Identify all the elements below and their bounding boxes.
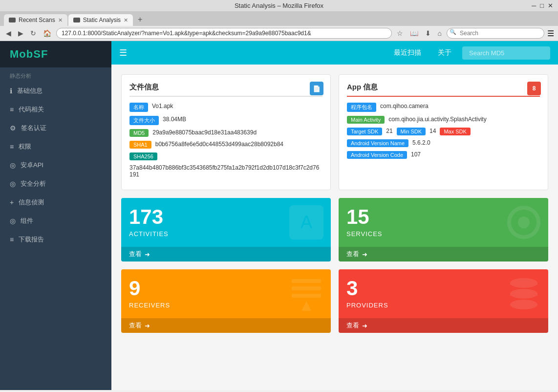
sidebar-label-zujian: 组件 xyxy=(21,217,33,225)
browser-search-input[interactable] xyxy=(447,28,544,39)
topbar: ☰ 最近扫描 关于 xyxy=(111,41,558,65)
file-size-row: 文件大小 38.04MB xyxy=(129,116,322,125)
minimize-btn[interactable]: ─ xyxy=(532,2,536,9)
file-sha1-row: SHA1 b0b6756a8fe6e5d0c448553d499aac28b80… xyxy=(129,141,322,149)
maximize-btn[interactable]: □ xyxy=(540,2,544,9)
stat-tile-receivers: 9 RECEIVERS 查看 ➜ xyxy=(121,269,331,333)
receivers-view-btn[interactable]: 查看 ➜ xyxy=(121,318,331,333)
tab-recent-scans[interactable]: Recent Scans ✕ xyxy=(4,14,67,26)
services-view-label: 查看 xyxy=(346,250,359,259)
activities-view-btn[interactable]: 查看 ➜ xyxy=(121,247,331,261)
file-md5-value: 29a9a9e88075baac9d18e31aa483639d xyxy=(152,129,257,136)
app-activity-value: com.qihoo.jia.ui.activity.SplashActivity xyxy=(388,116,487,123)
gear-icon: ⚙ xyxy=(10,124,16,132)
sidebar-item-daima[interactable]: ≡ 代码相关 xyxy=(0,100,111,119)
topbar-hamburger[interactable]: ☰ xyxy=(119,47,127,58)
code-icon: ≡ xyxy=(10,106,14,113)
sidebar-section: 静态分析 xyxy=(0,67,111,82)
activities-view-label: 查看 xyxy=(129,250,142,259)
file-md5-row: MD5 29a9a9e88075baac9d18e31aa483639d xyxy=(129,129,322,137)
sidebar-item-download[interactable]: ≡ 下载报告 xyxy=(0,230,111,249)
info-cards-row: 文件信息 📄 名称 Vo1.apk 文件大小 38.04MB MD5 29a9a… xyxy=(121,74,548,190)
sidebar-logo: MobSF xyxy=(0,41,111,67)
bookmark-button[interactable]: ☆ xyxy=(395,28,405,38)
svg-marker-7 xyxy=(301,301,311,311)
services-bg-icon xyxy=(504,203,543,250)
sidebar-item-api[interactable]: ◎ 安卓API xyxy=(0,156,111,174)
new-tab-button[interactable]: + xyxy=(134,13,146,26)
tab-label-static: Static Analysis xyxy=(83,17,121,23)
svg-rect-4 xyxy=(292,279,321,283)
circle-icon: ◎ xyxy=(10,161,16,169)
download-icon: ≡ xyxy=(10,236,14,243)
tab-static-analysis[interactable]: Static Analysis ✕ xyxy=(68,14,133,26)
providers-view-btn[interactable]: 查看 ➜ xyxy=(339,318,548,333)
back-button[interactable]: ◀ xyxy=(4,28,13,38)
app-wrapper: MobSF 静态分析 ℹ 基础信息 ≡ 代码相关 ⚙ 签名认证 ≡ 权限 ◎ 安… xyxy=(0,41,558,390)
svg-rect-11 xyxy=(510,294,537,296)
address-input[interactable] xyxy=(56,28,392,39)
services-view-btn[interactable]: 查看 ➜ xyxy=(339,247,548,261)
badge-sha256: SHA256 xyxy=(129,152,157,160)
min-sdk-val: 14 xyxy=(429,128,436,134)
tab-close-recent[interactable]: ✕ xyxy=(58,17,63,23)
info-icon: ℹ xyxy=(10,87,12,95)
app-activity-row: Main Activity com.qihoo.jia.ui.activity.… xyxy=(347,116,540,124)
badge-version-name: Android Version Name xyxy=(347,139,408,147)
close-btn[interactable]: ✕ xyxy=(548,2,553,9)
sidebar-item-anquan[interactable]: ◎ 安全分析 xyxy=(0,174,111,193)
file-info-title: 文件信息 xyxy=(129,83,322,97)
app-info-card: App 信息 8 程序包名 com.qihoo.camera Main Acti… xyxy=(339,74,548,190)
app-package-value: com.qihoo.camera xyxy=(380,103,429,109)
sidebar-item-quanxian[interactable]: ≡ 权限 xyxy=(0,137,111,156)
sidebar-item-jichu[interactable]: ℹ 基础信息 xyxy=(0,82,111,100)
providers-bg-icon xyxy=(504,274,543,321)
app-version-code-row: Android Version Code 107 xyxy=(347,151,540,159)
stat-tile-services: 15 SERVICES 查看 ➜ xyxy=(339,198,548,261)
menu-button[interactable]: ☰ xyxy=(547,29,554,38)
badge-max-sdk: Max SDK xyxy=(440,128,470,135)
file-sha256-value: 37a844b4807b886bf3c3543685fb275fa1a2b792… xyxy=(129,164,322,178)
app-sdk-row: Target SDK 21 Min SDK 14 Max SDK xyxy=(347,128,540,135)
forward-button[interactable]: ▶ xyxy=(16,28,25,38)
tab-close-static[interactable]: ✕ xyxy=(124,17,128,23)
home-button[interactable]: 🏠 xyxy=(41,28,53,38)
app-version-name-value: 5.6.2.0 xyxy=(412,139,430,146)
file-card-icon: 📄 xyxy=(310,82,323,95)
logo-mob: Mob xyxy=(10,48,33,60)
logo-sf: SF xyxy=(33,48,48,60)
sidebar-item-qianming[interactable]: ⚙ 签名认证 xyxy=(0,119,111,137)
providers-view-label: 查看 xyxy=(346,321,359,330)
badge-package: 程序包名 xyxy=(347,103,376,112)
file-name-value: Vo1.apk xyxy=(152,103,173,109)
badge-size: 文件大小 xyxy=(129,116,159,125)
stat-tiles-row-1: 173 ACTIVITIES A 查看 ➜ 15 SER xyxy=(121,198,548,261)
main-area: ☰ 最近扫描 关于 文件信息 📄 名称 Vo1.apk 文件大小 xyxy=(111,41,558,390)
svg-point-12 xyxy=(510,300,537,309)
browser-tabs-bar: Recent Scans ✕ Static Analysis ✕ + xyxy=(0,11,558,26)
sidebar-item-xinxi[interactable]: + 信息侦测 xyxy=(0,193,111,212)
sidebar-item-zujian[interactable]: ◎ 组件 xyxy=(0,212,111,230)
activities-bg-icon: A xyxy=(287,203,326,250)
app-badge-count: 8 xyxy=(533,85,536,92)
component-icon: ◎ xyxy=(10,217,16,225)
shield-icon: ◎ xyxy=(10,180,16,188)
reader-button[interactable]: 📖 xyxy=(408,28,420,38)
recent-scans-btn[interactable]: 最近扫描 xyxy=(388,45,427,60)
home2-button[interactable]: ⌂ xyxy=(436,28,444,38)
download-button[interactable]: ⬇ xyxy=(423,28,433,38)
about-btn[interactable]: 关于 xyxy=(432,45,457,60)
sidebar-label-anquan: 安全分析 xyxy=(21,179,46,188)
badge-target-sdk: Target SDK xyxy=(347,128,382,135)
search-md5-input[interactable] xyxy=(462,46,550,60)
tab-icon-recent xyxy=(9,18,16,22)
sidebar-label-qianming: 签名认证 xyxy=(21,124,46,132)
file-size-value: 38.04MB xyxy=(163,116,186,123)
file-info-card: 文件信息 📄 名称 Vo1.apk 文件大小 38.04MB MD5 29a9a… xyxy=(121,74,331,190)
browser-title: Static Analysis – Mozilla Firefox xyxy=(235,2,323,9)
app-version-name-row: Android Version Name 5.6.2.0 xyxy=(347,139,540,147)
tab-icon-static xyxy=(73,18,80,22)
list-icon: ≡ xyxy=(10,143,14,151)
refresh-button[interactable]: ↻ xyxy=(28,28,38,38)
main-content: 文件信息 📄 名称 Vo1.apk 文件大小 38.04MB MD5 29a9a… xyxy=(111,65,558,390)
